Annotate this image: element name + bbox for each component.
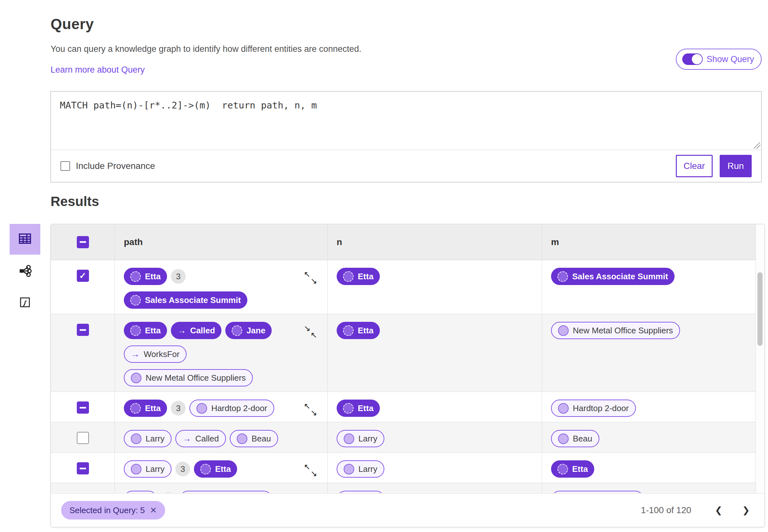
results-title: Results: [51, 194, 99, 209]
node-pill[interactable]: Jane: [225, 322, 272, 339]
node-pill[interactable]: Etta: [337, 400, 380, 417]
arrow-icon: ↖: [304, 463, 310, 471]
pill-label: Sales Associate Summit: [145, 296, 241, 304]
clear-button[interactable]: Clear: [676, 155, 713, 177]
node-pill[interactable]: [180, 491, 272, 493]
edge-arrow-icon: →: [177, 326, 186, 335]
expand-row-icon[interactable]: ↖↘: [304, 463, 317, 478]
include-provenance-checkbox[interactable]: Include Provenance: [60, 161, 155, 171]
selected-filter-chip[interactable]: Selected in Query: 5 ✕: [61, 501, 165, 520]
node-pill[interactable]: Etta: [337, 268, 380, 285]
run-button[interactable]: Run: [720, 155, 752, 177]
table-header-row: path n m: [51, 224, 756, 260]
map-view-button[interactable]: [10, 289, 40, 317]
path-cell: Etta→CalledJane→WorksForNew Metal Office…: [115, 314, 327, 392]
row-checkbox[interactable]: [77, 270, 89, 282]
hop-count-badge[interactable]: [161, 492, 176, 493]
m-cell: Beau: [542, 422, 756, 452]
node-pill[interactable]: Sales Associate Summit: [551, 268, 675, 285]
node-dot-icon: [558, 403, 569, 414]
n-cell: Etta: [327, 392, 542, 422]
node-pill[interactable]: Sales Associate Summit: [124, 291, 247, 309]
toggle-switch-icon[interactable]: [682, 53, 703, 65]
hop-count-badge[interactable]: 3: [171, 269, 186, 284]
column-header-path[interactable]: path: [115, 237, 143, 247]
path-cell: Etta3Sales Associate Summit↖↘: [115, 260, 327, 314]
edge-pill[interactable]: →Called: [175, 430, 226, 447]
row-checkbox[interactable]: [77, 462, 89, 474]
hop-count-badge[interactable]: 3: [175, 462, 190, 476]
row-select-cell: [51, 422, 115, 452]
node-dot-icon: [200, 464, 211, 474]
node-pill[interactable]: Larry: [124, 430, 172, 447]
scrollbar-thumb[interactable]: [757, 272, 763, 346]
pill-label: Etta: [358, 404, 373, 412]
hop-count-badge[interactable]: 3: [171, 401, 186, 416]
column-header-n[interactable]: n: [328, 237, 342, 247]
row-checkbox[interactable]: [77, 432, 89, 444]
node-dot-icon: [130, 295, 141, 306]
m-cell: Sales Associate Summit: [542, 260, 756, 314]
node-pill[interactable]: Etta: [194, 460, 237, 478]
path-cell-pills: Etta→CalledJane→WorksForNew Metal Office…: [115, 314, 327, 392]
node-pill[interactable]: [551, 491, 644, 493]
table-icon: [18, 231, 32, 247]
table-view-button[interactable]: [10, 224, 40, 255]
pill-label: Etta: [145, 404, 161, 412]
pill-label: Etta: [358, 326, 373, 335]
node-pill[interactable]: New Metal Office Suppliers: [124, 369, 253, 386]
edge-pill[interactable]: →Called: [171, 322, 221, 339]
query-textarea[interactable]: MATCH path=(n)-[r*..2]->(m) return path,…: [51, 91, 761, 150]
node-pill[interactable]: [124, 491, 157, 493]
node-pill[interactable]: Etta: [124, 322, 167, 339]
show-query-label: Show Query: [707, 54, 754, 64]
n-cell-pills: Larry: [328, 453, 542, 483]
expand-row-icon[interactable]: ↖↘: [304, 402, 317, 417]
node-pill[interactable]: Etta: [337, 322, 380, 339]
node-pill[interactable]: Etta: [551, 460, 594, 478]
node-dot-icon: [130, 403, 141, 414]
edge-arrow-icon: →: [131, 350, 140, 359]
show-query-toggle[interactable]: Show Query: [676, 49, 762, 70]
chip-close-icon[interactable]: ✕: [150, 505, 157, 515]
node-pill[interactable]: Hardtop 2-door: [189, 400, 274, 417]
node-pill[interactable]: New Metal Office Suppliers: [551, 322, 680, 339]
node-pill[interactable]: Beau: [230, 430, 278, 447]
table-row: Etta3Sales Associate Summit↖↘EttaSales A…: [51, 260, 756, 314]
node-pill[interactable]: Hardtop 2-door: [551, 400, 636, 417]
row-checkbox[interactable]: [77, 401, 89, 414]
node-pill[interactable]: Etta: [124, 268, 167, 285]
checkbox-box-icon[interactable]: [60, 161, 70, 171]
node-dot-icon: [343, 403, 354, 414]
row-checkbox[interactable]: [77, 324, 89, 336]
vertical-scrollbar[interactable]: [756, 224, 764, 493]
resize-grip-icon[interactable]: [754, 142, 760, 149]
node-dot-icon: [196, 403, 207, 414]
edge-pill[interactable]: →WorksFor: [124, 345, 187, 363]
pagination-next-icon[interactable]: ❯: [742, 506, 750, 515]
table-row: [51, 483, 756, 493]
node-dot-icon: [130, 271, 141, 282]
node-pill[interactable]: Larry: [337, 460, 384, 478]
graph-view-button[interactable]: [10, 257, 40, 286]
expand-row-icon[interactable]: ↖↘: [304, 270, 317, 285]
learn-more-link[interactable]: Learn more about Query: [51, 65, 145, 75]
row-select-cell: [51, 314, 115, 392]
node-pill[interactable]: [337, 491, 385, 493]
node-pill[interactable]: Larry: [124, 460, 172, 478]
map-icon: [19, 296, 31, 310]
select-all-checkbox[interactable]: [77, 236, 89, 248]
node-dot-icon: [343, 325, 354, 336]
pill-label: Sales Associate Summit: [572, 272, 668, 281]
pagination-prev-icon[interactable]: ❮: [715, 506, 722, 515]
column-header-m[interactable]: m: [542, 237, 559, 247]
node-pill[interactable]: Larry: [337, 430, 384, 447]
pill-label: Larry: [358, 465, 377, 473]
collapse-row-icon[interactable]: ↘↖: [304, 324, 317, 339]
node-pill[interactable]: Beau: [551, 430, 599, 447]
m-cell-pills: Beau: [542, 422, 756, 452]
node-pill[interactable]: Etta: [124, 400, 167, 417]
results-table-body: Etta3Sales Associate Summit↖↘EttaSales A…: [51, 260, 756, 493]
pill-label: New Metal Office Suppliers: [573, 326, 673, 335]
node-dot-icon: [557, 464, 568, 474]
